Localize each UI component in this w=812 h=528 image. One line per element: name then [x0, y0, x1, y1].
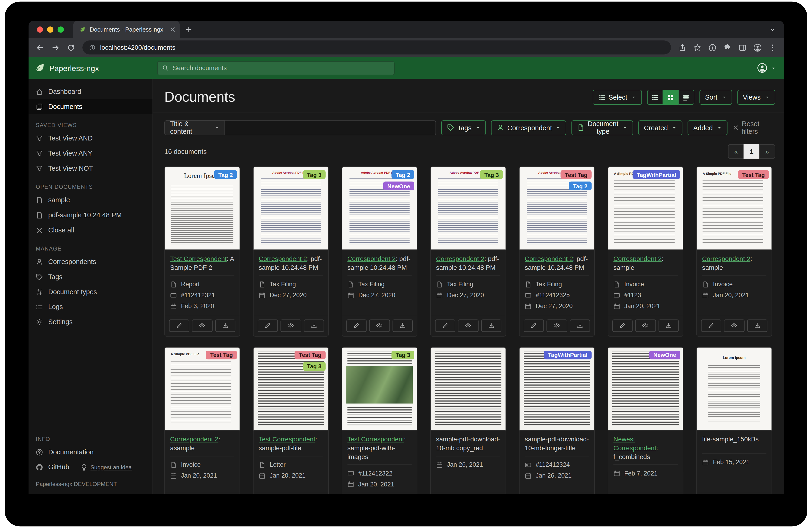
document-thumbnail[interactable]: Tag 3 [342, 347, 417, 430]
sidebar-item-close-all[interactable]: Close all [29, 223, 153, 238]
reset-filters-button[interactable]: Reset filters [733, 120, 775, 135]
document-thumbnail[interactable]: Test TagTag 3 [253, 347, 328, 430]
pagination-page-1-button[interactable]: 1 [743, 144, 759, 159]
view-button[interactable] [192, 319, 213, 332]
sidebar-item-documentation[interactable]: Documentation [29, 444, 153, 459]
download-button[interactable] [570, 319, 590, 332]
close-window-button[interactable] [37, 26, 43, 32]
sidebar-item-documents[interactable]: Documents [29, 99, 153, 114]
correspondent-link[interactable]: Newest Correspondent [613, 436, 656, 452]
browser-tab[interactable]: Documents - Paperless-ngx [73, 21, 180, 38]
browser-profile-icon[interactable] [754, 43, 762, 52]
edit-button[interactable] [612, 319, 633, 332]
sidebar-item-test-view-not[interactable]: Test View NOT [29, 161, 153, 176]
sidebar-item-sample[interactable]: sample [29, 192, 153, 208]
document-thumbnail[interactable] [431, 347, 506, 430]
search-field-dropdown[interactable]: Title & content [164, 120, 225, 135]
sidebar-item-document-types[interactable]: Document types [29, 284, 153, 299]
filter-added-button[interactable]: Added [687, 120, 727, 135]
document-thumbnail[interactable]: A Simple PDF FileTagWithPartial [608, 167, 683, 250]
sidebar-item-github[interactable]: GitHubSuggest an idea [29, 459, 153, 475]
grid-view-button[interactable] [663, 90, 679, 105]
browser-menu-icon[interactable] [768, 43, 777, 52]
address-bar[interactable]: localhost:4200/documents [83, 40, 671, 54]
page-status-icon[interactable] [708, 43, 716, 52]
tag-badge[interactable]: Test Tag [738, 170, 769, 179]
sidebar-item-logs[interactable]: Logs [29, 299, 153, 314]
correspondent-link[interactable]: Correspondent 2 [259, 255, 307, 262]
forward-button[interactable] [51, 43, 60, 52]
document-thumbnail[interactable]: A Simple PDF FileTest Tag [165, 347, 240, 430]
pagination-next-button[interactable]: » [759, 144, 775, 159]
view-button[interactable] [635, 319, 656, 332]
filter-tags-button[interactable]: Tags [441, 120, 486, 135]
side-panel-icon[interactable] [738, 43, 747, 52]
view-button[interactable] [281, 319, 301, 332]
sidebar-item-dashboard[interactable]: Dashboard [29, 84, 153, 99]
correspondent-link[interactable]: Correspondent 2 [613, 255, 662, 262]
filter-created-button[interactable]: Created [638, 120, 682, 135]
edit-button[interactable] [169, 319, 189, 332]
back-button[interactable] [36, 43, 44, 52]
filter-correspondent-button[interactable]: Correspondent [491, 120, 566, 135]
share-icon[interactable] [678, 43, 687, 52]
document-thumbnail[interactable]: A Simple PDF FileTest Tag [697, 167, 772, 250]
tab-close-icon[interactable] [170, 26, 176, 32]
download-button[interactable] [215, 319, 235, 332]
document-thumbnail[interactable]: TagWithPartial [520, 347, 594, 430]
views-button[interactable]: Views [737, 90, 775, 105]
user-menu[interactable] [757, 63, 775, 73]
document-thumbnail[interactable]: Adobe Acrobat PDF FilesTest TagTag 2 [520, 167, 594, 250]
tag-badge[interactable]: Test Tag [206, 351, 237, 359]
download-button[interactable] [747, 319, 767, 332]
tag-badge[interactable]: Test Tag [561, 170, 592, 179]
download-button[interactable] [392, 319, 413, 332]
correspondent-link[interactable]: Correspondent 2 [348, 255, 396, 262]
filter-document-type-button[interactable]: Document type [571, 120, 633, 135]
reload-button[interactable] [67, 43, 75, 52]
document-thumbnail[interactable]: Lorem ipsum [697, 347, 772, 430]
document-thumbnail[interactable]: Lorem IpsumTag 2 [165, 167, 240, 250]
sidebar-item-tags[interactable]: Tags [29, 269, 153, 284]
correspondent-link[interactable]: Test Correspondent [170, 255, 227, 262]
view-button[interactable] [369, 319, 390, 332]
app-brand[interactable]: Paperless-ngx [29, 63, 157, 73]
correspondent-link[interactable]: Test Correspondent [259, 436, 316, 443]
edit-button[interactable] [524, 319, 544, 332]
tag-badge[interactable]: Tag 2 [569, 182, 592, 190]
sidebar-item-pdf-sample-10-24-48-pm[interactable]: pdf-sample 10.24.48 PM [29, 208, 153, 223]
tag-badge[interactable]: TagWithPartial [544, 351, 592, 359]
bookmark-star-icon[interactable] [693, 43, 701, 52]
correspondent-link[interactable]: Correspondent 2 [702, 255, 750, 262]
sidebar-suggest-idea-link[interactable]: Suggest an idea [81, 463, 132, 471]
download-button[interactable] [658, 319, 679, 332]
tag-badge[interactable]: Tag 3 [480, 170, 503, 179]
tag-badge[interactable]: Tag 3 [303, 362, 326, 371]
correspondent-link[interactable]: Test Correspondent [348, 436, 404, 443]
list-view-button[interactable] [647, 90, 663, 105]
tag-badge[interactable]: NewOne [383, 182, 414, 190]
site-info-icon[interactable] [89, 44, 96, 51]
detail-view-button[interactable] [678, 90, 694, 105]
minimize-window-button[interactable] [47, 26, 53, 32]
document-thumbnail[interactable]: NewOne [608, 347, 683, 430]
select-button[interactable]: Select [592, 90, 642, 105]
download-button[interactable] [304, 319, 324, 332]
pagination-prev-button[interactable]: « [728, 144, 744, 159]
tag-badge[interactable]: Tag 3 [392, 351, 414, 359]
tag-badge[interactable]: Test Tag [295, 351, 326, 359]
zoom-window-button[interactable] [58, 26, 64, 32]
sidebar-item-correspondents[interactable]: Correspondents [29, 254, 153, 269]
global-search-input[interactable] [173, 64, 390, 72]
tag-badge[interactable]: NewOne [649, 351, 680, 359]
tag-badge[interactable]: Tag 2 [214, 170, 237, 179]
new-tab-button[interactable] [185, 26, 192, 33]
edit-button[interactable] [258, 319, 278, 332]
view-button[interactable] [458, 319, 478, 332]
edit-button[interactable] [346, 319, 367, 332]
edit-button[interactable] [435, 319, 455, 332]
correspondent-link[interactable]: Correspondent 2 [170, 436, 218, 443]
sidebar-item-test-view-and[interactable]: Test View AND [29, 131, 153, 146]
sidebar-item-settings[interactable]: Settings [29, 314, 153, 329]
tag-badge[interactable]: Tag 3 [303, 170, 326, 179]
